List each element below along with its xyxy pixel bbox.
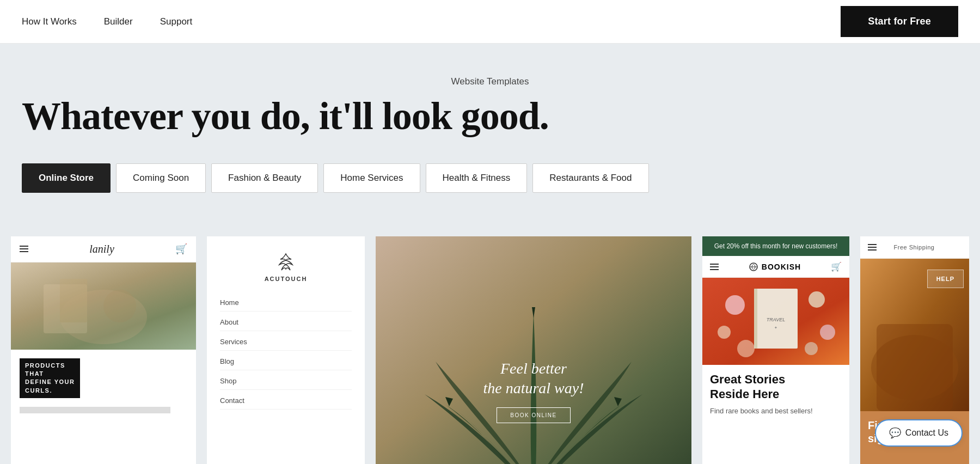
acutouch-header: ACUTOUCH <box>207 236 365 288</box>
bookish-hamburger-icon <box>710 264 719 270</box>
acutouch-nav-contact: Contact <box>220 396 352 410</box>
templates-section: lanily 🛒 PRODUCTS THAT DEFINE YOUR CURLS… <box>0 220 980 464</box>
svg-point-17 <box>805 342 818 355</box>
filter-online-store[interactable]: Online Store <box>22 163 111 193</box>
partial-header: Free Shipping <box>860 236 969 259</box>
hero-label: Website Templates <box>22 76 958 87</box>
partial-help-button: HELP <box>927 270 964 288</box>
lanily-header: lanily 🛒 <box>11 236 196 262</box>
feelgood-text: Feel better the natural way! BOOK ONLINE <box>452 359 615 423</box>
filter-tabs: Online Store Coming Soon Fashion & Beaut… <box>22 163 958 193</box>
svg-text:✦: ✦ <box>774 326 777 329</box>
partial-hamburger-icon <box>868 244 877 251</box>
bookish-subtitle: Find rare books and best sellers! <box>710 406 842 417</box>
filter-coming-soon[interactable]: Coming Soon <box>116 163 206 193</box>
agave-plant-svg <box>376 236 691 464</box>
bookish-image-svg: TRAVEL ✦ <box>702 278 849 365</box>
nav-builder[interactable]: Builder <box>104 16 133 27</box>
filter-home-services[interactable]: Home Services <box>323 163 420 193</box>
acutouch-nav-services: Services <box>220 338 352 351</box>
acutouch-nav-home: Home <box>220 298 352 312</box>
acutouch-logo-icon <box>275 253 297 272</box>
acutouch-nav-blog: Blog <box>220 357 352 370</box>
filter-fashion-beauty[interactable]: Fashion & Beauty <box>211 163 318 193</box>
template-card-feelgood[interactable]: Feel better the natural way! BOOK ONLINE <box>376 236 691 464</box>
bookish-header: BOOKISH 🛒 <box>702 256 849 278</box>
template-card-lanily[interactable]: lanily 🛒 PRODUCTS THAT DEFINE YOUR CURLS… <box>11 236 196 464</box>
lanily-hero-image <box>11 262 196 350</box>
start-for-free-button[interactable]: Start for Free <box>841 6 958 37</box>
bookish-promo-banner: Get 20% off this month for new customers… <box>702 236 849 257</box>
acutouch-brand-name: ACUTOUCH <box>265 276 308 282</box>
hero-title: Whatever you do, it'll look good. <box>22 96 958 137</box>
filter-restaurants-food[interactable]: Restaurants & Food <box>532 163 648 193</box>
lanily-content: PRODUCTS THAT DEFINE YOUR CURLS. <box>11 350 196 423</box>
filter-health-fitness[interactable]: Health & Fitness <box>426 163 528 193</box>
svg-rect-20 <box>877 324 953 411</box>
feelgood-headline: Feel better the natural way! <box>452 359 615 399</box>
hamburger-icon <box>20 246 28 252</box>
template-card-acutouch[interactable]: ACUTOUCH Home About Services Blog Shop C… <box>207 236 365 464</box>
svg-rect-2 <box>60 279 87 322</box>
acutouch-nav: Home About Services Blog Shop Contact <box>207 288 365 420</box>
bookish-hero-image: TRAVEL ✦ <box>702 278 849 365</box>
svg-point-15 <box>820 325 835 340</box>
bookish-content: Great Stories Reside Here Find rare book… <box>702 365 849 424</box>
bookish-title: Great Stories Reside Here <box>710 373 842 401</box>
svg-point-3 <box>103 290 136 322</box>
contact-us-button[interactable]: 💬 Contact Us <box>875 419 963 447</box>
feelgood-book-online-button[interactable]: BOOK ONLINE <box>497 407 570 423</box>
lanily-logo: lanily <box>89 243 114 255</box>
partial-hero-image: HELP <box>860 259 969 411</box>
acutouch-nav-about: About <box>220 318 352 331</box>
svg-point-12 <box>725 295 745 315</box>
svg-point-14 <box>718 326 731 339</box>
bookish-brand: BOOKISH <box>749 262 801 271</box>
hero-section: Website Templates Whatever you do, it'll… <box>0 44 980 220</box>
partial-free-shipping-label: Free Shipping <box>894 244 935 251</box>
lanily-badge: PRODUCTS THAT DEFINE YOUR CURLS. <box>20 358 80 399</box>
acutouch-logo: ACUTOUCH <box>265 253 308 282</box>
acutouch-nav-shop: Shop <box>220 377 352 390</box>
bookish-logo-icon <box>749 262 758 271</box>
feelgood-hero-image: Feel better the natural way! BOOK ONLINE <box>376 236 691 464</box>
cart-icon: 🛒 <box>175 243 187 255</box>
nav-how-it-works[interactable]: How It Works <box>22 16 77 27</box>
template-card-bookish[interactable]: Get 20% off this month for new customers… <box>702 236 849 464</box>
svg-point-16 <box>737 340 755 357</box>
main-nav: How It Works Builder Support <box>22 16 192 27</box>
header: How It Works Builder Support Start for F… <box>0 0 980 44</box>
bookish-cart-icon: 🛒 <box>831 261 842 272</box>
svg-rect-9 <box>754 289 757 349</box>
chat-icon: 💬 <box>889 427 901 439</box>
svg-text:TRAVEL: TRAVEL <box>767 317 786 322</box>
nav-support[interactable]: Support <box>160 16 193 27</box>
svg-point-13 <box>808 291 825 308</box>
contact-us-label: Contact Us <box>905 428 948 438</box>
